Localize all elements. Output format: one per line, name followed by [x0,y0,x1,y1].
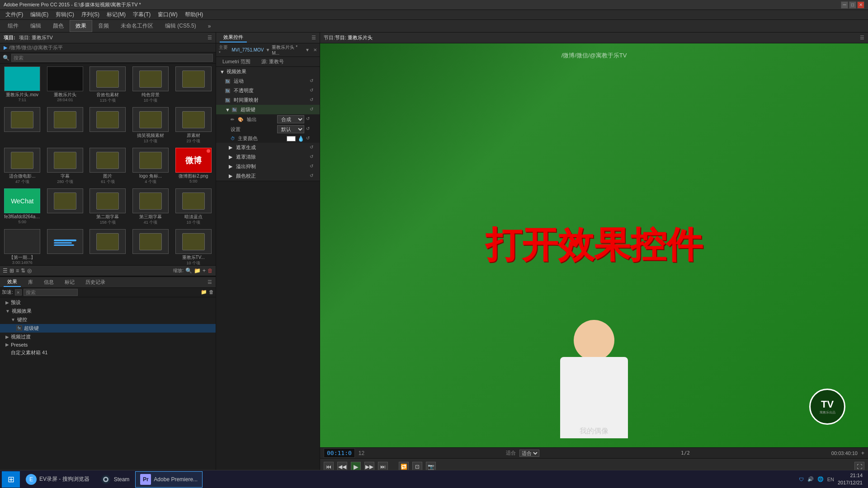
media-item[interactable] [2,106,43,145]
stopwatch-icon[interactable]: ⏱ [231,136,235,141]
time-remap-header[interactable]: fx 时间重映射 ↺ [216,95,320,105]
timeremap-reset-icon[interactable]: ↺ [310,97,316,103]
media-item[interactable]: 纯色背景 10 个项 [130,66,171,104]
tab-info[interactable]: 信息 [40,278,57,286]
media-item[interactable] [45,228,86,265]
tree-item-keying[interactable]: ▼ 键控 [0,315,216,324]
delete-icon[interactable]: 🗑 [208,267,213,274]
ultrakey-reset-icon[interactable]: ↺ [310,107,316,113]
minimize-button[interactable]: ─ [841,1,848,9]
tab-more[interactable]: » [202,21,217,32]
matte-clean-header[interactable]: ▶ 遮罩清除 ↺ [216,152,320,162]
effects-trash[interactable]: 🗑 [209,289,214,295]
spill-ctrl-reset[interactable]: ↺ [310,164,316,170]
current-timecode[interactable]: 00:11:0 [324,448,355,458]
tree-item-presets[interactable]: ▶ 预设 [0,298,216,307]
eyedropper-icon[interactable]: 💧 [297,136,304,142]
video-effects-header[interactable]: ▼ 视频效果 [216,67,320,76]
motion-reset-icon[interactable]: ↺ [310,78,316,84]
opacity-header[interactable]: fx 不透明度 ↺ [216,86,320,95]
tree-item-presets2[interactable]: ▶ Presets [0,341,216,348]
tab-source-monitor[interactable]: 源: 重教号 [258,57,288,66]
media-item[interactable] [130,228,171,265]
tab-color[interactable]: 颜色 [47,20,70,32]
tab-library[interactable]: 库 [24,278,37,286]
tray-network-icon[interactable]: 🌐 [817,476,824,482]
menu-file[interactable]: 文件(F) [2,10,27,19]
media-item[interactable]: 第二期字幕 158 个项 [87,188,128,226]
media-item[interactable]: 暗淡蓝点 10 个项 [173,188,214,226]
media-item[interactable]: logo 角标... 4 个项 [130,147,171,186]
media-item[interactable]: 图片 61 个项 [87,147,128,186]
tab-effect-controls[interactable]: 效果控件 [220,33,247,42]
media-item[interactable]: 【第一期...】 3:00:14976 [2,228,43,265]
source-dropdown[interactable]: ▼ [266,47,270,52]
media-item[interactable] [87,106,128,145]
media-item[interactable]: 音效包素材 115 个项 [87,66,128,104]
spill-ctrl-header[interactable]: ▶ 溢出抑制 ↺ [216,162,320,171]
view-options-icon[interactable]: ≡ [16,267,19,274]
view-grid-icon[interactable]: ⊞ [9,267,14,274]
color-reset[interactable]: ↺ [306,136,312,142]
menu-edit[interactable]: 编辑(E) [27,10,52,19]
tab-assembly[interactable]: 组件 [2,20,24,32]
output-select[interactable]: 合成 [277,115,304,123]
new-item-icon[interactable]: + [203,267,206,274]
menu-clip[interactable]: 剪辑(C) [52,10,78,19]
preview-panel-menu[interactable]: ☰ [860,35,864,41]
motion-header[interactable]: fx 运动 ↺ [216,76,320,86]
sort-icon[interactable]: ⇅ [21,267,25,274]
output-reset[interactable]: ↺ [306,116,312,122]
effects-search-input[interactable] [24,289,78,296]
tray-speaker-icon[interactable]: 🔊 [807,476,814,482]
taskbar-item-steam[interactable]: Steam [95,471,135,488]
tab-workspace-unnamed[interactable]: 未命名工作区 [115,20,159,32]
matte-clean-reset[interactable]: ↺ [310,154,316,160]
color-swatch[interactable] [287,136,296,141]
target-dropdown[interactable]: ▼ [305,47,310,52]
media-item[interactable] [45,106,86,145]
settings-select[interactable]: 默认 [277,125,304,133]
fit-select[interactable]: 适合 [519,450,539,457]
media-item[interactable]: 原素材 23 个项 [173,106,214,145]
panel-menu-icon[interactable]: ☰ [208,35,212,41]
media-item[interactable]: 字幕 280 个项 [45,147,86,186]
effects-new-bin[interactable]: 📁 [201,289,207,295]
menu-help[interactable]: 帮助(H) [181,10,207,19]
tab-effects-bottom[interactable]: 效果 [4,277,21,287]
view-list-icon[interactable]: ☰ [3,267,8,274]
close-btn[interactable]: × [15,289,21,296]
menu-window[interactable]: 窗口(W) [154,10,181,19]
media-item[interactable]: 搞笑视频素材 13 个项 [130,106,171,145]
project-search-input[interactable] [11,54,213,62]
start-button[interactable]: ⊞ [2,471,20,488]
menu-sequence[interactable]: 序列(S) [78,10,103,19]
ec-menu-icon[interactable]: ☰ [311,35,316,41]
tab-effects[interactable]: 效果 [70,20,92,32]
tree-item-ultrakey[interactable]: fx 超级键 [0,324,216,333]
auto-match-icon[interactable]: ◎ [27,267,32,274]
color-correct-reset[interactable]: ↺ [310,173,316,179]
media-item[interactable]: 第三期字幕 41 个项 [130,188,171,226]
media-item[interactable] [87,228,128,265]
tree-item-video-effects[interactable]: ▼ 视频效果 [0,307,216,315]
media-item[interactable] [173,66,214,104]
maximize-button[interactable]: □ [849,1,856,9]
new-bin-icon[interactable]: 📁 [194,267,201,274]
media-item[interactable]: WeChat fe3f6afdc8264ad2... 5:00 [2,188,43,226]
tree-item-video-transitions[interactable]: ▶ 视频过渡 [0,333,216,341]
media-item[interactable]: 重教乐TV... 10 个项 [173,228,214,265]
color-correct-header[interactable]: ▶ 颜色校正 ↺ [216,171,320,181]
media-item[interactable]: 微博 微博图标2.png 5:00 [173,147,214,186]
matte-gen-header[interactable]: ▶ 遮罩生成 ↺ [216,143,320,152]
media-item[interactable]: 重教乐片头.mov 7:11 [2,66,43,104]
add-marker-icon[interactable]: + [861,450,864,456]
matte-gen-reset[interactable]: ↺ [310,145,316,151]
menu-caption[interactable]: 字幕(T) [129,10,154,19]
media-item[interactable]: 适合微电影... 47 个项 [2,147,43,186]
settings-reset[interactable]: ↺ [306,126,312,132]
tab-edit[interactable]: 编辑 [24,20,47,32]
close-source-icon[interactable]: ✕ [313,47,317,52]
ultrakey-header[interactable]: ▼ fx 超级键 ↺ [216,105,320,114]
panel-menu-btn[interactable]: ☰ [208,279,212,285]
